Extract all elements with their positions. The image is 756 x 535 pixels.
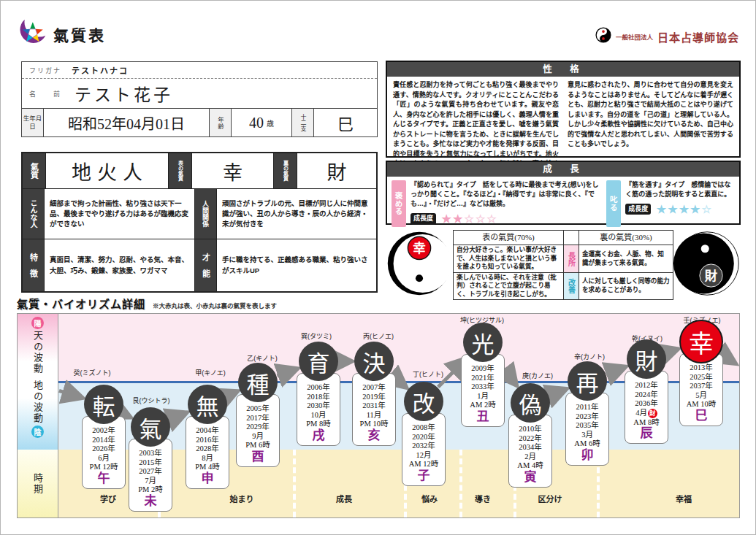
eto-label: 十二支 — [292, 109, 314, 136]
org-name: 日本占導師協会 — [657, 29, 739, 45]
age-label: 年齢 — [210, 109, 232, 136]
node-card: 2007年2019年2031年11月PM 10時亥 — [352, 373, 396, 446]
node-card: 2013年2025年2037年5月AM 10時巳 — [679, 353, 723, 426]
ura-kaizen-text: 人に対しても厳しく同等の能力を求めることがあり。 — [579, 273, 673, 299]
yin-badge: 陰 — [31, 426, 44, 438]
biorhythm-chart: 陽 天の波動 地の波動 陰 時期 学び始まり成長悩み導き区分け幸福癸(ミズノト)… — [17, 313, 740, 518]
homeru-text: 『認められて』タイプ 話をしてる時に最後まで考え(想い)をしっかり聞くこと。『な… — [411, 180, 602, 209]
kishitsu-report-page: 氣質表 一般社団法人 日本占導師協会 フリガナ テストハナコ 名 前 テスト花子… — [0, 0, 756, 535]
birth-row: 生年月日 昭和52年04月01日 年齢 40 歳 十二支 巳 — [22, 108, 377, 136]
chosho-row: 自分大好きっこ。楽しい事が大好きで、人生は楽しまないと損という事を誰よりも知って… — [454, 245, 673, 273]
inyo-header-spacer — [563, 231, 579, 245]
seicho-box: 成 長 褒める 『認められて』タイプ 話をしてる時に最後まで考え(想い)をしっか… — [386, 161, 741, 225]
node-circle: 育 — [299, 342, 338, 381]
chosho-label: 長所 — [563, 245, 579, 272]
node-card: 2004年2016年2028年8月PM 4時申 — [186, 416, 229, 489]
yinyang-ura-icon: 財 — [673, 230, 741, 300]
stem-label: 癸(ミズノト) — [74, 368, 111, 377]
yang-badge: 陽 — [31, 317, 44, 329]
node-circle: 偽 — [511, 383, 550, 423]
kaizen-row: 楽しんでいる時に、それを注意（批判）されることで立腹が起こり易く、トラブルを引き… — [454, 273, 673, 299]
node-card: 2012年2024年2036年4月財AM 8時辰 — [625, 371, 668, 444]
node-circle: 無 — [188, 385, 227, 424]
node-circle: 財 — [627, 339, 666, 379]
node-card: 2009年2021年2033年1月AM 2時丑 — [461, 354, 505, 427]
node-circle: 幸 — [679, 320, 723, 363]
stem-label: 乙(キノト) — [247, 353, 277, 363]
stem-label: 甲(キノエ) — [195, 368, 225, 377]
stem-label: 丙(ヒノエ) — [363, 331, 394, 341]
seicho-body: 褒める 『認められて』タイプ 話をしてる時に最後まで考え(想い)をしっかり聞くこ… — [387, 177, 739, 231]
node-circle: 種 — [238, 363, 278, 402]
report-header: 氣質表 — [15, 17, 106, 52]
kishitsu-row-2: こんな人 細部まで拘った計画性、粘り強さは天下一品、最後までやり遂げる力はあるが… — [23, 189, 376, 239]
furigana-row: フリガナ テストハナコ — [22, 62, 377, 79]
omote-label: 表の氣質 — [169, 153, 192, 188]
ura-value: 財 — [297, 153, 376, 188]
ura-quality-header: 裏の氣質(30%) — [579, 231, 673, 245]
yinyang-omote-icon: 幸 — [386, 230, 453, 300]
node-circle: 決 — [354, 342, 394, 381]
kishitsu-row-3: 特 徴 真面目、清潔、努力、忍耐、やる気、本音、大胆、巧み、鍛錬、家族愛、ワガマ… — [23, 239, 376, 291]
ura-chosho-text: 金運高くお金、人脈、物、知識が集まって来る氣質。 — [579, 245, 673, 272]
node-circle: 転 — [84, 385, 123, 424]
sainou-text: 手に職を持てる、正義感ある職業、粘り強いさがスキルUP — [217, 239, 376, 291]
ten-no-hadou-label: 天の波動 — [31, 331, 45, 374]
biorhythm-titlebar: 氣質・バイオリズム詳細 ※大赤丸は表、小赤丸は裏の氣質を表します — [17, 296, 277, 311]
inyo-table: 表の氣質(70%) 裏の氣質(30%) 自分大好きっこ。楽しい事が大好きで、人生… — [453, 230, 673, 300]
node-card: 2005年2017年2029年9月PM 6時酉 — [236, 394, 280, 467]
stem-label: 巽(タツミ) — [301, 331, 332, 341]
axis-wave-section: 陽 天の波動 地の波動 陰 — [18, 314, 58, 450]
furigana-label: フリガナ — [29, 66, 61, 75]
omote-kaizen-text: 楽しんでいる時に、それを注意（批判）されることで立腹が起こり易く、トラブルを引き… — [454, 273, 563, 299]
omote-value: 幸 — [192, 153, 274, 188]
inyo-section: 幸 表の氣質(70%) 裏の氣質(30%) 自分大好きっこ。楽しい事が大好きで、… — [386, 231, 741, 299]
node-circle: 再 — [568, 361, 607, 401]
homeru-level-label: 成長度 — [411, 213, 436, 224]
ningen-text: 頑固さがトラブルの元、目標が同じ人に仲間意識が強い、丑の人から導き・辰の人から経… — [217, 189, 376, 239]
eto-value: 巳 — [314, 109, 377, 136]
biorhythm-axis: 陽 天の波動 地の波動 陰 時期 — [18, 314, 58, 517]
name-value: テスト花子 — [75, 81, 173, 106]
org-logo-block: 一般社団法人 日本占導師協会 — [595, 27, 739, 46]
birth-value: 昭和52年04月01日 — [44, 109, 210, 136]
sainou-label: 才 能 — [195, 239, 217, 291]
tokucho-text: 真面目、清潔、努力、忍耐、やる気、本音、大胆、巧み、鍛錬、家族愛、ワガママ — [45, 239, 195, 291]
homeru-stars: ★★☆☆☆ — [442, 212, 498, 225]
seikaku-header: 性 格 — [387, 62, 739, 77]
page-title: 氣質表 — [53, 23, 106, 45]
shikaru-label: 叱る — [606, 180, 621, 227]
age-value: 40 歳 — [232, 109, 292, 136]
stem-label: 庚(カノエ) — [522, 371, 553, 380]
shikaru-text: 『筋を通す』タイプ 感情論ではなく筋の通った説明をすると素直に。 — [625, 180, 735, 199]
homeru-column: 『認められて』タイプ 話をしてる時に最後まで考え(想い)をしっかり聞くこと。『な… — [411, 180, 602, 227]
node-card: 2011年2023年2035年3月AM 6時卯 — [565, 393, 609, 466]
shikaru-level-label: 成長度 — [625, 204, 651, 215]
yinyang-mini-icon — [595, 27, 611, 46]
kishitsu-value: 地火人 — [46, 153, 169, 188]
homeru-label: 褒める — [392, 180, 406, 227]
konna-label: こんな人 — [23, 189, 45, 239]
furigana-value: テストハナコ — [72, 64, 129, 76]
node-card: 2003年2015年2027年7月PM 2時未 — [129, 439, 172, 512]
svg-text:財: 財 — [704, 269, 718, 283]
homeru-rating: 成長度 ★★☆☆☆ — [411, 211, 602, 227]
star-logo-icon — [15, 17, 47, 52]
node-card: 2006年2018年2030年10月PM 8時戌 — [297, 373, 340, 446]
node-circle: 改 — [404, 382, 443, 421]
shikaru-stars: ★★★★☆ — [657, 203, 713, 215]
kishitsu-row-1: 氣質 地火人 表の氣質 幸 裏の氣質 財 — [23, 153, 376, 189]
chi-no-hadou-label: 地の波動 — [31, 380, 45, 424]
seikaku-box: 性 格 責任感と忍耐力を持って何ごとも粘り強く最後までやり通す、情熱的な人です。… — [386, 61, 741, 158]
ningen-label: 人間関係 — [195, 189, 217, 239]
omote-chosho-text: 自分大好きっこ。楽しい事が大好きで、人生は楽しまないと損という事を誰よりも知って… — [454, 245, 563, 272]
konna-text: 細部まで拘った計画性、粘り強さは天下一品、最後までやり遂げる力はあるが臨機応変が… — [45, 189, 195, 239]
org-prefix: 一般社団法人 — [616, 32, 653, 41]
seicho-header: 成 長 — [387, 162, 739, 177]
axis-period-section: 時期 — [18, 450, 58, 517]
profile-box: フリガナ テストハナコ 名 前 テスト花子 生年月日 昭和52年04月01日 年… — [21, 61, 378, 137]
shikaru-column: 『筋を通す』タイプ 感情論ではなく筋の通った説明をすると素直に。 成長度 ★★★… — [625, 180, 735, 227]
node-card: 2002年2014年2026年6月PM 12時午 — [82, 416, 126, 489]
svg-text:幸: 幸 — [413, 241, 425, 255]
biorhythm-note: ※大赤丸は表、小赤丸は裏の氣質を表します — [153, 301, 277, 309]
